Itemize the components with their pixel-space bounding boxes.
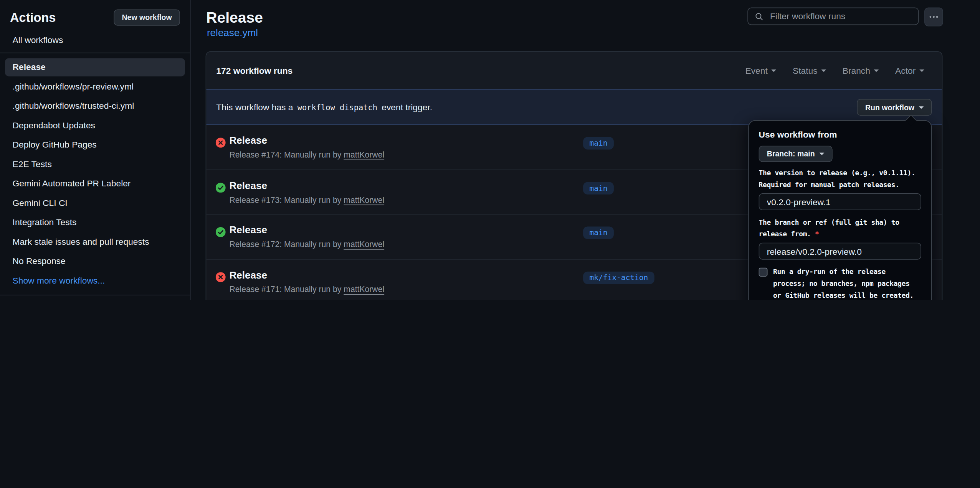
chevron-down-icon [819, 153, 824, 155]
new-workflow-button[interactable]: New workflow [114, 9, 180, 25]
ref-input[interactable] [759, 243, 921, 260]
show-more-workflows-link[interactable]: Show more workflows... [5, 272, 185, 290]
checkbox-label: Run a dry-run of the release process; no… [773, 266, 914, 300]
run-workflow-dropdown-button[interactable]: Run workflow [857, 99, 932, 116]
run-workflow-popover: Use workflow from Branch: main The versi… [748, 120, 932, 300]
filter-event-dropdown[interactable]: Event [745, 65, 777, 75]
actions-sidebar: Actions New workflow All workflows Relea… [0, 0, 191, 300]
actor-link[interactable]: mattKorwel [344, 150, 384, 159]
kebab-horizontal-icon [929, 12, 939, 22]
filter-actor-dropdown[interactable]: Actor [895, 65, 924, 75]
checkbox[interactable] [759, 268, 768, 277]
sidebar-item-mark-stale-issues-and-pull-requests[interactable]: Mark stale issues and pull requests [5, 233, 185, 251]
sidebar-item-integration-tests[interactable]: Integration Tests [5, 213, 185, 231]
popover-checkbox-row: Run a dry-run of the release process; no… [759, 266, 921, 300]
sidebar-item-dependabot-updates[interactable]: Dependabot Updates [5, 116, 185, 134]
sidebar-item-e2e-tests[interactable]: E2E Tests [5, 155, 185, 173]
sidebar-divider [0, 53, 190, 53]
banner-text: event trigger. [379, 102, 432, 112]
chevron-down-icon [919, 69, 924, 72]
chevron-down-icon [772, 69, 777, 72]
run-title-link[interactable]: Release [230, 135, 268, 146]
actor-link[interactable]: mattKorwel [344, 240, 384, 249]
x-circle-icon [216, 272, 226, 282]
run-title-link[interactable]: Release [230, 269, 268, 280]
runs-card-header: 172 workflow runs Event Status Branch Ac… [206, 52, 942, 89]
sidebar-item-all-workflows[interactable]: All workflows [5, 33, 185, 48]
banner-text: This workflow has a [216, 102, 296, 112]
search-icon [754, 12, 764, 21]
filter-workflow-runs-input[interactable] [769, 11, 912, 22]
filter-branch-dropdown[interactable]: Branch [843, 65, 879, 75]
workflow-dispatch-code: workflow_dispatch [297, 103, 377, 112]
required-asterisk: * [815, 230, 819, 238]
sidebar-item-gemini-automated-pr-labeler[interactable]: Gemini Automated PR Labeler [5, 174, 185, 193]
actions-page: Actions New workflow All workflows Relea… [0, 0, 980, 300]
workflow-dispatch-banner: This workflow has a workflow_dispatch ev… [206, 89, 942, 125]
x-circle-icon [216, 138, 226, 148]
popover-checkbox-list: Run a dry-run of the release process; no… [759, 266, 921, 300]
popover-title: Use workflow from [759, 129, 921, 139]
branch-select-button[interactable]: Branch: main [759, 146, 833, 162]
sidebar-item-github-workflows-pr-review-yml[interactable]: .github/workflows/pr-review.yml [5, 78, 185, 96]
sidebar-item-gemini-cli-ci[interactable]: Gemini CLI CI [5, 194, 185, 212]
sidebar-divider [0, 295, 190, 295]
actor-link[interactable]: mattKorwel [344, 195, 384, 204]
ref-input-label: The branch or ref (full git sha) to rele… [759, 216, 921, 240]
filter-workflow-runs-box [747, 8, 919, 25]
sidebar-item-no-response[interactable]: No Response [5, 252, 185, 270]
run-title-link[interactable]: Release [230, 225, 268, 236]
chevron-down-icon [874, 69, 879, 72]
branch-badge[interactable]: main [583, 182, 614, 194]
branch-badge[interactable]: mk/fix-action [583, 271, 654, 284]
sidebar-title: Actions [10, 10, 56, 25]
branch-badge[interactable]: main [583, 137, 614, 150]
run-filters: Event Status Branch Actor [745, 65, 925, 75]
version-input[interactable] [759, 193, 921, 210]
check-circle-icon [216, 227, 226, 237]
chevron-down-icon [821, 69, 826, 72]
workflow-options-kebab-button[interactable] [924, 8, 943, 27]
check-circle-icon [216, 183, 226, 193]
page-title: Release [206, 8, 263, 27]
filter-status-dropdown[interactable]: Status [793, 65, 826, 75]
actor-link[interactable]: mattKorwel [344, 284, 384, 294]
sidebar-item-deploy-github-pages[interactable]: Deploy GitHub Pages [5, 136, 185, 154]
run-title-link[interactable]: Release [230, 180, 268, 191]
sidebar-item-release[interactable]: Release [5, 58, 185, 76]
chevron-down-icon [919, 106, 924, 109]
run-count-label: 172 workflow runs [216, 65, 293, 75]
branch-badge[interactable]: main [583, 227, 614, 239]
workflow-file-link[interactable]: release.yml [207, 28, 258, 39]
version-input-label: The version to release (e.g., v0.1.11). … [759, 167, 921, 191]
sidebar-item-github-workflows-trusted-ci-yml[interactable]: .github/workflows/trusted-ci.yml [5, 97, 185, 115]
workflow-list: Release.github/workflows/pr-review.yml.g… [5, 58, 185, 289]
